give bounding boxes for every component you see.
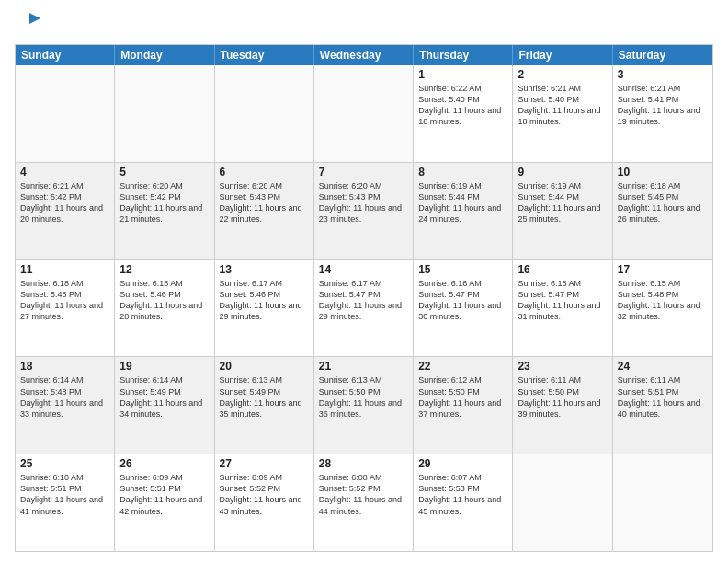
cell-info: Sunrise: 6:21 AM Sunset: 5:40 PM Dayligh… xyxy=(518,83,607,128)
day-cell-6: 6Sunrise: 6:20 AM Sunset: 5:43 PM Daylig… xyxy=(215,163,314,259)
cell-info: Sunrise: 6:20 AM Sunset: 5:43 PM Dayligh… xyxy=(319,180,408,225)
cell-date: 27 xyxy=(220,457,309,470)
cell-date: 12 xyxy=(119,263,209,276)
day-cell-5: 5Sunrise: 6:20 AM Sunset: 5:42 PM Daylig… xyxy=(115,163,214,259)
day-cell-27: 27Sunrise: 6:09 AM Sunset: 5:52 PM Dayli… xyxy=(215,454,314,551)
day-cell-23: 23Sunrise: 6:11 AM Sunset: 5:50 PM Dayli… xyxy=(513,357,612,454)
cell-date: 5 xyxy=(119,166,209,178)
day-cell-14: 14Sunrise: 6:17 AM Sunset: 5:47 PM Dayli… xyxy=(314,260,414,357)
day-cell-19: 19Sunrise: 6:14 AM Sunset: 5:49 PM Dayli… xyxy=(115,357,214,454)
cell-date: 23 xyxy=(518,360,607,373)
cell-date: 18 xyxy=(20,360,109,373)
cell-info: Sunrise: 6:20 AM Sunset: 5:43 PM Dayligh… xyxy=(220,180,309,225)
cell-info: Sunrise: 6:15 AM Sunset: 5:47 PM Dayligh… xyxy=(518,278,607,323)
day-cell-17: 17Sunrise: 6:15 AM Sunset: 5:48 PM Dayli… xyxy=(613,260,712,357)
cell-date: 1 xyxy=(418,68,507,81)
day-cell-1: 1Sunrise: 6:22 AM Sunset: 5:40 PM Daylig… xyxy=(414,65,513,162)
day-cell-16: 16Sunrise: 6:15 AM Sunset: 5:47 PM Dayli… xyxy=(513,260,612,357)
cell-info: Sunrise: 6:22 AM Sunset: 5:40 PM Dayligh… xyxy=(418,83,507,128)
week-row-2: 4Sunrise: 6:21 AM Sunset: 5:42 PM Daylig… xyxy=(16,163,712,260)
day-headers: SundayMondayTuesdayWednesdayThursdayFrid… xyxy=(16,45,712,65)
cell-info: Sunrise: 6:16 AM Sunset: 5:47 PM Dayligh… xyxy=(418,278,507,323)
logo xyxy=(15,11,44,37)
empty-cell xyxy=(513,454,612,551)
svg-marker-0 xyxy=(29,13,40,24)
cell-info: Sunrise: 6:10 AM Sunset: 5:51 PM Dayligh… xyxy=(20,472,109,517)
day-cell-13: 13Sunrise: 6:17 AM Sunset: 5:46 PM Dayli… xyxy=(215,260,314,357)
day-cell-4: 4Sunrise: 6:21 AM Sunset: 5:42 PM Daylig… xyxy=(16,163,115,259)
day-cell-12: 12Sunrise: 6:18 AM Sunset: 5:46 PM Dayli… xyxy=(115,260,214,357)
header xyxy=(15,11,713,37)
cell-date: 17 xyxy=(618,263,708,276)
day-cell-10: 10Sunrise: 6:18 AM Sunset: 5:45 PM Dayli… xyxy=(613,163,712,259)
day-cell-11: 11Sunrise: 6:18 AM Sunset: 5:45 PM Dayli… xyxy=(16,260,115,357)
cell-date: 24 xyxy=(618,360,708,373)
cell-info: Sunrise: 6:08 AM Sunset: 5:52 PM Dayligh… xyxy=(319,472,408,517)
cell-date: 19 xyxy=(119,360,209,373)
empty-cell xyxy=(115,65,214,162)
day-header-tuesday: Tuesday xyxy=(215,45,314,65)
cell-info: Sunrise: 6:18 AM Sunset: 5:46 PM Dayligh… xyxy=(119,278,209,323)
cell-info: Sunrise: 6:17 AM Sunset: 5:46 PM Dayligh… xyxy=(220,278,309,323)
cell-date: 26 xyxy=(119,457,209,470)
cell-date: 20 xyxy=(220,360,309,373)
day-cell-20: 20Sunrise: 6:13 AM Sunset: 5:49 PM Dayli… xyxy=(215,357,314,454)
cell-date: 15 xyxy=(418,263,507,276)
day-cell-28: 28Sunrise: 6:08 AM Sunset: 5:52 PM Dayli… xyxy=(314,454,414,551)
cell-info: Sunrise: 6:20 AM Sunset: 5:42 PM Dayligh… xyxy=(119,180,209,225)
cell-date: 11 xyxy=(20,263,109,276)
logo-icon xyxy=(15,11,40,37)
cell-info: Sunrise: 6:19 AM Sunset: 5:44 PM Dayligh… xyxy=(418,180,507,225)
cell-date: 4 xyxy=(20,166,109,178)
cell-info: Sunrise: 6:13 AM Sunset: 5:49 PM Dayligh… xyxy=(220,374,309,419)
day-cell-29: 29Sunrise: 6:07 AM Sunset: 5:53 PM Dayli… xyxy=(414,454,513,551)
cell-info: Sunrise: 6:09 AM Sunset: 5:51 PM Dayligh… xyxy=(119,472,209,517)
day-header-sunday: Sunday xyxy=(16,45,115,65)
cell-info: Sunrise: 6:12 AM Sunset: 5:50 PM Dayligh… xyxy=(418,374,507,419)
week-row-3: 11Sunrise: 6:18 AM Sunset: 5:45 PM Dayli… xyxy=(16,260,712,358)
day-cell-15: 15Sunrise: 6:16 AM Sunset: 5:47 PM Dayli… xyxy=(414,260,513,357)
cell-date: 9 xyxy=(518,166,607,178)
day-cell-24: 24Sunrise: 6:11 AM Sunset: 5:51 PM Dayli… xyxy=(613,357,712,454)
day-cell-8: 8Sunrise: 6:19 AM Sunset: 5:44 PM Daylig… xyxy=(414,163,513,259)
cell-info: Sunrise: 6:11 AM Sunset: 5:51 PM Dayligh… xyxy=(618,374,708,419)
cell-date: 21 xyxy=(319,360,408,373)
week-row-4: 18Sunrise: 6:14 AM Sunset: 5:48 PM Dayli… xyxy=(16,357,712,454)
cell-date: 29 xyxy=(418,457,507,470)
week-row-5: 25Sunrise: 6:10 AM Sunset: 5:51 PM Dayli… xyxy=(16,454,712,551)
empty-cell xyxy=(613,454,712,551)
day-cell-9: 9Sunrise: 6:19 AM Sunset: 5:44 PM Daylig… xyxy=(513,163,612,259)
cell-date: 7 xyxy=(319,166,408,178)
cell-info: Sunrise: 6:18 AM Sunset: 5:45 PM Dayligh… xyxy=(618,180,708,225)
day-cell-3: 3Sunrise: 6:21 AM Sunset: 5:41 PM Daylig… xyxy=(613,65,712,162)
day-header-thursday: Thursday xyxy=(414,45,513,65)
cell-info: Sunrise: 6:21 AM Sunset: 5:41 PM Dayligh… xyxy=(618,83,708,128)
day-header-wednesday: Wednesday xyxy=(314,45,414,65)
cell-date: 14 xyxy=(319,263,408,276)
cell-info: Sunrise: 6:19 AM Sunset: 5:44 PM Dayligh… xyxy=(518,180,607,225)
cell-info: Sunrise: 6:09 AM Sunset: 5:52 PM Dayligh… xyxy=(220,472,309,517)
empty-cell xyxy=(16,65,115,162)
cell-info: Sunrise: 6:14 AM Sunset: 5:48 PM Dayligh… xyxy=(20,374,109,419)
day-cell-18: 18Sunrise: 6:14 AM Sunset: 5:48 PM Dayli… xyxy=(16,357,115,454)
day-cell-25: 25Sunrise: 6:10 AM Sunset: 5:51 PM Dayli… xyxy=(16,454,115,551)
day-cell-26: 26Sunrise: 6:09 AM Sunset: 5:51 PM Dayli… xyxy=(115,454,214,551)
day-header-saturday: Saturday xyxy=(613,45,712,65)
day-header-monday: Monday xyxy=(115,45,214,65)
cell-date: 3 xyxy=(618,68,708,81)
cell-info: Sunrise: 6:15 AM Sunset: 5:48 PM Dayligh… xyxy=(618,278,708,323)
day-cell-21: 21Sunrise: 6:13 AM Sunset: 5:50 PM Dayli… xyxy=(314,357,414,454)
empty-cell xyxy=(215,65,314,162)
calendar-grid: 1Sunrise: 6:22 AM Sunset: 5:40 PM Daylig… xyxy=(16,65,712,551)
cell-info: Sunrise: 6:17 AM Sunset: 5:47 PM Dayligh… xyxy=(319,278,408,323)
empty-cell xyxy=(314,65,414,162)
day-cell-7: 7Sunrise: 6:20 AM Sunset: 5:43 PM Daylig… xyxy=(314,163,414,259)
calendar: SundayMondayTuesdayWednesdayThursdayFrid… xyxy=(15,44,713,552)
cell-date: 28 xyxy=(319,457,408,470)
cell-date: 16 xyxy=(518,263,607,276)
day-header-friday: Friday xyxy=(513,45,612,65)
cell-info: Sunrise: 6:11 AM Sunset: 5:50 PM Dayligh… xyxy=(518,374,607,419)
cell-info: Sunrise: 6:21 AM Sunset: 5:42 PM Dayligh… xyxy=(20,180,109,225)
day-cell-2: 2Sunrise: 6:21 AM Sunset: 5:40 PM Daylig… xyxy=(513,65,612,162)
cell-date: 25 xyxy=(20,457,109,470)
